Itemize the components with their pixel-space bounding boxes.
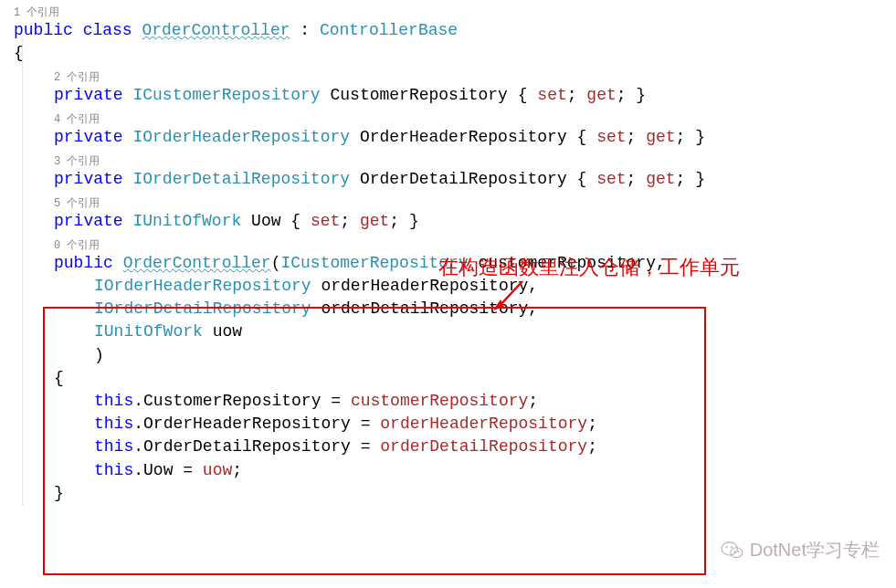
class-declaration: public class OrderController : Controlle… [14,19,891,42]
assignment: this.Uow = uow; [14,459,891,482]
open-brace: { [14,42,891,65]
constructor-param-close: ) [14,344,891,367]
assignment: this.OrderDetailRepository = orderDetail… [14,436,891,458]
svg-point-6 [733,551,735,552]
property-declaration: private IOrderHeaderRepository OrderHead… [14,126,891,149]
wechat-icon [721,540,744,560]
assignment: this.CustomerRepository = customerReposi… [14,390,891,413]
svg-point-5 [731,546,733,548]
assignment: this.OrderHeaderRepository = orderHeader… [14,413,891,436]
svg-point-4 [725,546,727,548]
property-declaration: private IUnitOfWork Uow { set; get; } [14,210,891,233]
constructor-param: IUnitOfWork uow [14,320,891,343]
ctor-open-brace: { [14,367,891,390]
property-declaration: private ICustomerRepository CustomerRepo… [14,84,891,107]
constructor-param: IOrderDetailRepository orderDetailReposi… [14,298,891,320]
constructor-name[interactable]: OrderController [123,254,271,272]
constructor-signature: public OrderController(ICustomerReposito… [14,252,891,275]
class-name[interactable]: OrderController [142,21,290,39]
constructor-param: IOrderHeaderRepository orderHeaderReposi… [14,275,891,298]
property-declaration: private IOrderDetailRepository OrderDeta… [14,168,891,191]
indent-guide [22,38,23,505]
watermark-text: DotNet学习专栏 [750,537,880,562]
svg-point-7 [737,551,739,552]
svg-point-3 [731,548,743,558]
svg-point-2 [722,542,737,555]
ctor-close-brace: } [14,482,891,505]
watermark: DotNet学习专栏 [721,537,880,562]
code-editor[interactable]: 1 个引用 public class OrderController : Con… [0,5,896,510]
